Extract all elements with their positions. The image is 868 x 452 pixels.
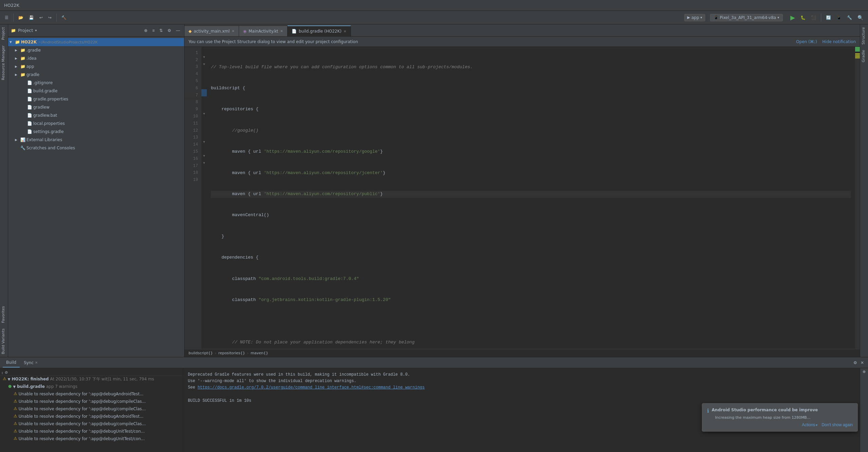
tab-sync[interactable]: Sync ✕ [20, 358, 41, 368]
code-content[interactable]: // Top-level build file where you can ad… [207, 47, 855, 349]
avd-btn[interactable]: 📱 [834, 14, 844, 21]
build-warn-5[interactable]: ⚠ Unable to resolve dependency for ':app… [0, 420, 183, 428]
popup-dont-show-btn[interactable]: Don't show again [822, 422, 853, 427]
breadcrumb-item-1[interactable]: repositories{} [218, 351, 245, 355]
tree-gradlew[interactable]: 📄 gradlew [8, 103, 184, 111]
fold-2[interactable]: ▼ [201, 54, 207, 61]
toolbar-undo-btn[interactable]: ↩ [37, 14, 45, 21]
project-settings-btn[interactable]: ⚙ [166, 27, 173, 34]
build-warn-6[interactable]: ⚠ Unable to resolve dependency for ':app… [0, 428, 183, 435]
project-dropdown-icon[interactable]: ▾ [35, 29, 37, 32]
fold-3[interactable]: ▼ [201, 61, 207, 68]
line-num-12: 12 [184, 127, 201, 134]
project-panel-label[interactable]: Project [0, 24, 8, 43]
toolbar-hammer-btn[interactable]: 🔨 [59, 14, 68, 21]
tab-activity-main-close[interactable]: ✕ [232, 29, 234, 33]
tree-gradle-folder[interactable]: ▶ 📁 gradle [8, 71, 184, 79]
tree-gradle-props[interactable]: 📄 gradle.properties [8, 95, 184, 103]
project-title: Project [18, 28, 33, 33]
bottom-close-btn[interactable]: ✕ [859, 360, 865, 366]
notification-popup: ℹ Android Studio performance could be im… [702, 403, 858, 432]
tab-build-gradle[interactable]: 📄 build.gradle (HO22K) ✕ [288, 25, 351, 36]
toolbar-menu-file[interactable]: ☰ [3, 14, 11, 21]
toolbar-redo-btn[interactable]: ↪ [46, 14, 54, 21]
project-expand-btn[interactable]: ⇅ [158, 27, 164, 34]
debug-button[interactable]: 🐛 [798, 14, 808, 21]
search-everywhere-btn[interactable]: 🔍 [855, 14, 865, 22]
tree-build-gradle[interactable]: 📄 build.gradle [8, 87, 184, 95]
tab-build[interactable]: Build [3, 358, 20, 368]
build-gradle-icon: 📄 [27, 89, 33, 93]
bottom-settings-btn[interactable]: ⚙ [852, 360, 859, 366]
tab-main-activity[interactable]: ◉ MainActivity.kt ✕ [239, 25, 288, 36]
device-selector-label: Pixel_3a_API_31_arm64-v8a [720, 15, 776, 20]
build-out-link[interactable]: https://docs.gradle.org/7.0.2/userguide/… [198, 385, 425, 390]
breadcrumb-item-0[interactable]: buildscript{} [189, 351, 213, 355]
tree-gradle[interactable]: ▶ 📁 .gradle [8, 46, 184, 54]
sync-tab-close[interactable]: ✕ [35, 361, 38, 364]
build-warn-7[interactable]: ⚠ Unable to resolve dependency for ':app… [0, 435, 183, 443]
code-line-14: // NOTE: Do not place your application d… [211, 339, 851, 346]
resource-manager-label[interactable]: Resource Manager [0, 43, 8, 83]
tab-build-gradle-close[interactable]: ✕ [343, 30, 346, 33]
breadcrumb-item-2[interactable]: maven{} [251, 351, 268, 355]
tree-gitignore[interactable]: 📄 .gitignore [8, 79, 184, 87]
gradle-dir-label: gradle [26, 72, 39, 77]
build-variants-label[interactable]: Build Variants [0, 326, 8, 357]
tab-main-activity-close[interactable]: ✕ [280, 29, 283, 33]
structure-label[interactable]: Structure [860, 24, 868, 47]
code-line-2: buildscript { [211, 85, 851, 92]
notification-hide-link[interactable]: Hide notification [822, 39, 856, 44]
code-line-8: mavenCentral() [211, 212, 851, 219]
code-editor[interactable]: 1 2 3 4 5 6 7 8 9 10 11 12 13 14 15 16 1… [184, 47, 860, 349]
fold-10[interactable]: ▼ [201, 110, 207, 117]
project-scope-btn[interactable]: ⊕ [143, 27, 149, 34]
build-tree: ↕ ⊘ ⚠ ▼ HO22K: finished At 2022/1/30, 10… [0, 368, 183, 452]
fold-17[interactable]: ▼ [201, 160, 207, 167]
code-line-9: } [211, 233, 851, 240]
device-selector[interactable]: 📱 Pixel_3a_API_31_arm64-v8a ▾ [710, 14, 783, 21]
tree-root[interactable]: ▼ 📁 HO22K ~/AndroidStudioProjects/HO22K [8, 38, 184, 46]
code-line-3: repositories { [211, 106, 851, 113]
fold-14[interactable]: ▼ [201, 138, 207, 146]
popup-body: Increasing the maximum heap size from 12… [707, 415, 853, 420]
breadcrumb-sep-1: › [215, 351, 216, 355]
tree-scratches[interactable]: 🔧 Scratches and Consoles [8, 144, 184, 152]
gradle-panel-label[interactable]: Gradle [860, 47, 868, 65]
sync-btn[interactable]: 🔄 [824, 14, 833, 21]
build-item-gradle[interactable]: ● ▼ build.gradle app 7 warnings [0, 383, 183, 391]
build-tree-filter-btn[interactable]: ⊘ [5, 370, 8, 375]
scratches-icon: 🔧 [20, 146, 26, 150]
fold-16[interactable]: ▼ [201, 153, 207, 160]
toolbar-save-btn[interactable]: 💾 [27, 14, 36, 21]
popup-actions-btn[interactable]: Actions ▾ [802, 422, 817, 427]
notification-open-link[interactable]: Open (⌘;) [796, 39, 817, 44]
gradlew-bat-icon: 📄 [27, 113, 33, 118]
sdk-btn[interactable]: 🔧 [845, 14, 854, 21]
stop-button[interactable]: ⬛ [809, 14, 818, 21]
build-tree-scroll-btn[interactable]: ↕ [1, 371, 3, 375]
toolbar-open-btn[interactable]: 📂 [16, 14, 25, 21]
scratches-label: Scratches and Consoles [26, 146, 75, 150]
tree-settings-gradle[interactable]: 📄 settings.gradle [8, 128, 184, 136]
app-selector[interactable]: ▶ app ▾ [684, 14, 705, 21]
build-warn-3[interactable]: ⚠ Unable to resolve dependency for ':app… [0, 406, 183, 413]
tree-idea[interactable]: ▶ 📁 .idea [8, 54, 184, 62]
tab-activity-main[interactable]: ◆ activity_main.xml ✕ [184, 25, 239, 36]
project-collapse-btn[interactable]: ≡ [151, 27, 156, 34]
project-close-btn[interactable]: — [175, 27, 181, 34]
gradle-ok-icon: ● [8, 384, 12, 389]
run-button[interactable]: ▶ [788, 13, 797, 23]
build-warn-4[interactable]: ⚠ Unable to resolve dependency for ':app… [0, 413, 183, 420]
favorites-label[interactable]: Favorites [0, 303, 8, 326]
idea-folder-icon: 📁 [20, 56, 26, 61]
tree-local-props[interactable]: 📄 local.properties [8, 119, 184, 128]
tree-gradlew-bat[interactable]: 📄 gradlew.bat [8, 111, 184, 119]
tree-external-libs[interactable]: ▶ 📊 External Libraries [8, 136, 184, 144]
build-warn-1[interactable]: ⚠ Unable to resolve dependency for ':app… [0, 391, 183, 398]
bottom-gutter-btn[interactable]: ⊕ [861, 368, 867, 375]
gradle-props-label: gradle.properties [33, 97, 68, 101]
tree-app[interactable]: ▶ 📁 app [8, 62, 184, 71]
build-item-root[interactable]: ⚠ ▼ HO22K: finished At 2022/1/30, 10:37 … [0, 376, 183, 383]
build-warn-2[interactable]: ⚠ Unable to resolve dependency for ':app… [0, 398, 183, 406]
